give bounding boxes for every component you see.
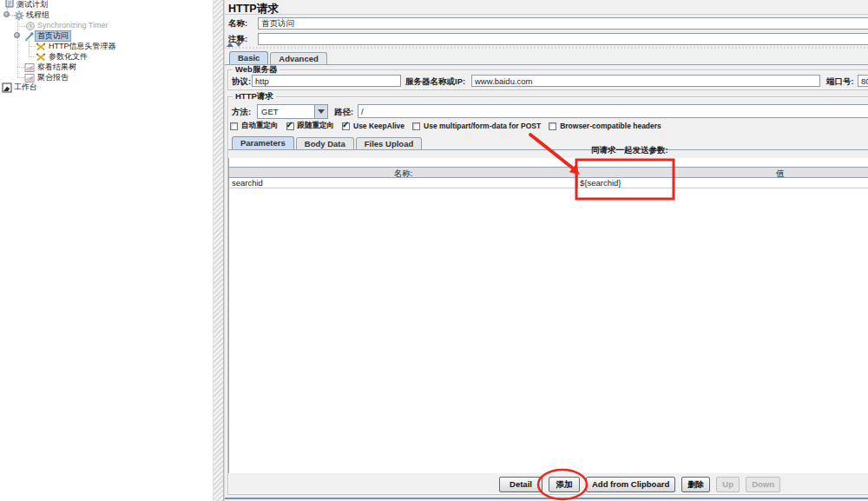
tree-connector	[29, 39, 30, 57]
workbench-icon	[2, 82, 12, 93]
config-wrench-icon	[36, 42, 46, 52]
server-name-input[interactable]	[471, 75, 820, 87]
title-separator	[225, 14, 868, 15]
tab-advanced[interactable]: Advanced	[270, 52, 326, 64]
splitter-collapse-down-icon[interactable]	[235, 43, 242, 47]
server-name-label: 服务器名称或IP:	[405, 76, 465, 86]
column-header-name: 名称:	[229, 168, 577, 178]
tab-divider	[228, 149, 868, 150]
tab-parameters[interactable]: Parameters	[232, 136, 294, 149]
option-follow-redirects-auto[interactable]: 自动重定向	[230, 121, 279, 131]
port-label: 端口号:	[826, 76, 854, 86]
http-request-panel: HTTP请求 名称: 注释: Basic Advanced Web服务器 协议:…	[224, 0, 868, 501]
param-name-cell[interactable]: searchid	[232, 179, 263, 188]
config-wrench-icon	[36, 52, 46, 63]
tree-item-label: Synchronizing Timer	[36, 21, 110, 30]
checkbox-unchecked-icon[interactable]	[230, 122, 238, 130]
test-plan-icon	[4, 0, 15, 8]
comments-input[interactable]	[258, 33, 868, 45]
option-multipart-post[interactable]: Use multipart/form-data for POST	[412, 122, 541, 130]
body-tab-bar: Parameters Body Data Files Upload	[232, 136, 422, 149]
column-header-value: 值	[578, 168, 868, 178]
checkbox-checked-icon[interactable]	[286, 122, 294, 130]
option-use-keepalive[interactable]: Use KeepAlive	[342, 122, 404, 130]
listener-chart-icon	[24, 63, 35, 73]
param-value-cell[interactable]: ${searchid}	[580, 179, 621, 188]
inner-splitter[interactable]	[225, 47, 868, 49]
add-from-clipboard-button[interactable]: Add from Clipboard	[586, 477, 675, 492]
tab-divider	[225, 64, 868, 65]
table-header-row: 名称: 值	[229, 167, 868, 178]
protocol-label: 协议:	[232, 76, 251, 86]
add-button[interactable]: 添加	[549, 477, 580, 492]
splitter-collapse-up-icon[interactable]	[227, 43, 233, 47]
expand-toggle-http-sampler[interactable]	[14, 32, 20, 38]
tree-item-label: HTTP信息头管理器	[47, 42, 118, 51]
sampler-dropper-icon	[24, 31, 35, 42]
table-row[interactable]: searchid ${searchid}	[229, 178, 868, 188]
web-server-group-title: Web服务器	[233, 65, 279, 74]
tree-connector	[29, 46, 36, 47]
detail-button[interactable]: Detail	[499, 477, 542, 492]
parameters-table: 名称: 值 searchid ${searchid}	[228, 158, 868, 473]
checkbox-unchecked-icon[interactable]	[412, 122, 420, 130]
tree-item-label: 察看结果树	[36, 63, 78, 72]
port-input[interactable]	[858, 75, 868, 87]
tab-body-data[interactable]: Body Data	[296, 137, 354, 149]
tree-connector	[17, 26, 25, 27]
expand-toggle-thread-group[interactable]	[3, 11, 10, 17]
jmeter-window: 测试计划 线程组 Synchronizing Timer	[0, 0, 868, 501]
timer-clock-icon	[25, 21, 36, 31]
tree-main-splitter[interactable]	[213, 0, 224, 501]
table-button-row: Detail 添加 Add from Clipboard 删除 Up Down	[499, 477, 780, 492]
path-label: 路径:	[334, 107, 353, 116]
down-button[interactable]: Down	[746, 477, 780, 492]
up-button[interactable]: Up	[716, 477, 740, 492]
tab-basic[interactable]: Basic	[229, 51, 268, 64]
config-tab-bar: Basic Advanced	[229, 51, 327, 64]
protocol-input[interactable]	[252, 75, 401, 87]
method-label: 方法:	[232, 107, 251, 116]
tree-connector	[17, 18, 18, 77]
request-options-row: 自动重定向 跟随重定向 Use KeepAlive Use multipart/…	[230, 121, 661, 131]
name-label: 名称:	[228, 18, 247, 28]
bottom-divider	[225, 498, 868, 499]
option-browser-compatible-headers[interactable]: Browser-compatible headers	[549, 122, 661, 130]
column-divider	[577, 167, 578, 188]
chevron-down-icon	[318, 109, 325, 114]
tab-files-upload[interactable]: Files Upload	[356, 137, 422, 149]
combo-dropdown-button[interactable]	[314, 105, 327, 118]
option-follow-redirects[interactable]: 跟随重定向	[286, 121, 335, 131]
delete-button[interactable]: 删除	[681, 477, 710, 492]
tree-item-label: 聚合报告	[36, 73, 70, 82]
checkbox-unchecked-icon[interactable]	[549, 122, 556, 130]
http-request-group-title: HTTP请求	[233, 92, 276, 101]
send-params-title: 同请求一起发送参数:	[591, 145, 668, 156]
tree-item-label: 工作台	[12, 82, 39, 92]
gear-icon	[14, 10, 24, 21]
path-input[interactable]	[358, 104, 868, 118]
tree-connector	[29, 56, 36, 57]
tree-item-label: 首页访问	[36, 31, 70, 41]
method-select[interactable]: GET	[257, 104, 328, 119]
method-selected-value: GET	[261, 107, 279, 116]
test-plan-tree: 测试计划 线程组 Synchronizing Timer	[0, 0, 213, 501]
tree-item-label: 参数化文件	[47, 52, 89, 62]
name-input[interactable]	[258, 17, 868, 30]
checkbox-checked-icon[interactable]	[342, 122, 350, 130]
tree-item-label: 测试计划	[15, 0, 49, 10]
tree-item-label: 线程组	[24, 10, 51, 20]
